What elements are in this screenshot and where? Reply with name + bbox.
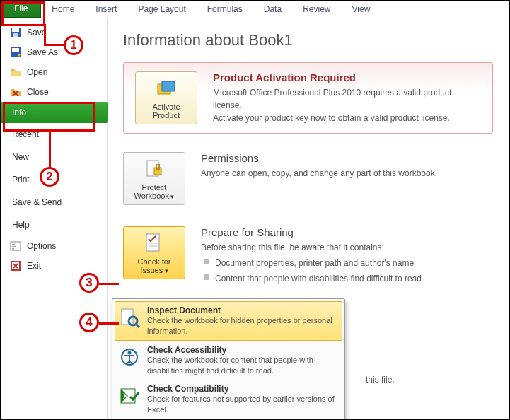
nav-new[interactable]: New [1, 146, 107, 168]
close-icon [10, 86, 21, 98]
annotation-marker-3: 3 [79, 273, 99, 293]
prepare-lead: Before sharing this file, be aware that … [201, 243, 384, 252]
nav-close[interactable]: Close [1, 82, 107, 102]
nav-open[interactable]: Open [1, 62, 107, 82]
nav-label: Save & Send [12, 197, 62, 207]
open-icon [10, 66, 21, 78]
svg-rect-15 [162, 81, 175, 91]
annotation-box-file [1, 1, 45, 26]
tab-page-layout[interactable]: Page Layout [127, 1, 196, 18]
nav-label: Exit [27, 261, 41, 271]
annotation-line-1 [44, 24, 46, 45]
annotation-line-2 [49, 132, 51, 168]
svg-rect-1 [12, 28, 19, 32]
activation-panel: Activate Product Product Activation Requ… [123, 62, 493, 134]
svg-point-26 [128, 351, 132, 354]
nav-label: Print [12, 175, 30, 185]
annotation-marker-1: 1 [64, 35, 83, 55]
tab-view[interactable]: View [342, 1, 381, 18]
nav-label: Close [27, 87, 49, 97]
activation-line2: Activate your product key now to obtain … [213, 113, 450, 123]
nav-options[interactable]: Options [1, 236, 107, 256]
tab-home[interactable]: Home [41, 1, 85, 18]
check-for-issues-button[interactable]: Check for Issues [123, 226, 185, 279]
prepare-item-2: Content that people with disabilities fi… [201, 272, 493, 285]
menu-inspect-document[interactable]: Inspect Document Check the workbook for … [115, 301, 342, 341]
button-label: Activate Product [139, 103, 194, 119]
permissions-section: Protect Workbook Permissions Anyone can … [123, 152, 493, 205]
protect-workbook-button[interactable]: Protect Workbook [123, 152, 185, 205]
versions-trailing-text: this file. [366, 375, 395, 385]
menu-item-desc: Check the workbook for content that peop… [147, 355, 338, 376]
tab-formulas[interactable]: Formulas [197, 1, 253, 18]
check-issues-icon [143, 232, 166, 255]
ribbon-tabs: File Home Insert Page Layout Formulas Da… [1, 1, 509, 18]
tab-review[interactable]: Review [292, 1, 341, 18]
svg-rect-8 [12, 244, 15, 245]
prepare-title: Prepare for Sharing [201, 226, 493, 238]
nav-label: Help [12, 220, 30, 230]
inspect-document-icon [119, 307, 140, 328]
annotation-box-info [3, 102, 95, 132]
svg-rect-10 [12, 248, 14, 250]
save-as-icon [10, 47, 21, 58]
svg-rect-4 [12, 48, 19, 52]
page-title: Information about Book1 [123, 31, 493, 49]
annotation-line-3 [99, 283, 119, 285]
options-icon [10, 240, 21, 252]
compatibility-icon: X [119, 385, 140, 407]
nav-save-send[interactable]: Save & Send [1, 191, 107, 214]
check-issues-menu: Inspect Document Check the workbook for … [112, 298, 345, 420]
activation-line1: Microsoft Office Professional Plus 2010 … [213, 88, 451, 110]
button-label: Protect Workbook [127, 183, 182, 200]
nav-help[interactable]: Help [1, 214, 107, 236]
svg-text:X: X [123, 392, 128, 400]
nav-label: New [12, 152, 29, 162]
protect-icon [143, 158, 166, 180]
permissions-title: Permissions [201, 152, 493, 164]
svg-line-24 [136, 324, 139, 327]
prepare-sharing-section: Check for Issues Prepare for Sharing Bef… [123, 226, 493, 288]
menu-check-accessibility[interactable]: Check Accessibility Check the workbook f… [115, 341, 342, 380]
tab-insert[interactable]: Insert [85, 1, 127, 18]
activate-icon [155, 77, 178, 100]
svg-rect-19 [146, 234, 159, 251]
annotation-line-1b [44, 44, 65, 46]
menu-item-desc: Check for features not supported by earl… [147, 394, 338, 415]
save-icon [10, 27, 21, 38]
annotation-line-4 [99, 322, 119, 325]
nav-label: Options [27, 241, 56, 251]
backstage-content: Information about Book1 Activate Product… [108, 18, 509, 419]
prepare-item-1: Document properties, printer path and au… [201, 257, 493, 269]
svg-rect-9 [12, 246, 16, 247]
button-label: Check for Issues [127, 257, 182, 274]
menu-item-title: Check Accessibility [147, 345, 338, 355]
annotation-marker-2: 2 [40, 167, 59, 187]
permissions-body: Anyone can open, copy, and change any pa… [201, 167, 493, 180]
exit-icon [10, 260, 21, 272]
backstage-nav: Save Save As Open Close Info Recent [1, 18, 108, 419]
menu-check-compatibility[interactable]: X Check Compatibility Check for features… [115, 380, 342, 419]
menu-item-title: Check Compatibility [147, 384, 338, 394]
activate-product-button[interactable]: Activate Product [135, 71, 197, 124]
nav-label: Open [27, 67, 47, 77]
nav-label: Save As [27, 47, 58, 57]
tab-data[interactable]: Data [253, 1, 292, 18]
svg-rect-2 [13, 33, 18, 37]
menu-item-title: Inspect Document [147, 305, 338, 315]
annotation-marker-4: 4 [79, 313, 99, 332]
activation-title: Product Activation Required [213, 71, 481, 83]
accessibility-icon [119, 346, 140, 368]
menu-item-desc: Check the workbook for hidden properties… [147, 315, 338, 337]
